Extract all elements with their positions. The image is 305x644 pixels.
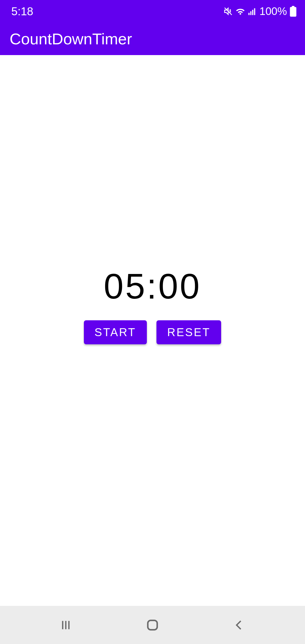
- start-button[interactable]: START: [84, 320, 147, 344]
- app-bar: CountDownTimer: [0, 23, 305, 55]
- signal-icon: [248, 7, 257, 16]
- app-title: CountDownTimer: [10, 30, 132, 48]
- battery-percent: 100%: [260, 5, 287, 18]
- back-button[interactable]: [229, 615, 249, 635]
- mute-vibrate-icon: [223, 6, 233, 16]
- reset-button[interactable]: RESET: [156, 320, 221, 344]
- main-content: 05:00 START RESET: [0, 55, 305, 606]
- status-time: 5:18: [11, 5, 33, 18]
- button-row: START RESET: [84, 320, 221, 344]
- svg-rect-5: [290, 7, 297, 17]
- status-icons: [223, 6, 257, 16]
- svg-rect-6: [292, 6, 295, 8]
- svg-rect-10: [148, 620, 157, 630]
- home-button[interactable]: [143, 615, 162, 635]
- recent-apps-button[interactable]: [56, 615, 76, 635]
- wifi-icon: [235, 6, 245, 16]
- timer-display: 05:00: [104, 266, 201, 307]
- nav-bar: [0, 606, 305, 644]
- status-bar: 5:18 100%: [0, 0, 305, 23]
- battery-icon: [290, 6, 297, 17]
- svg-rect-3: [252, 10, 253, 15]
- svg-rect-2: [250, 11, 251, 15]
- svg-rect-1: [248, 13, 249, 15]
- status-right: 100%: [223, 5, 297, 18]
- svg-rect-4: [254, 8, 255, 15]
